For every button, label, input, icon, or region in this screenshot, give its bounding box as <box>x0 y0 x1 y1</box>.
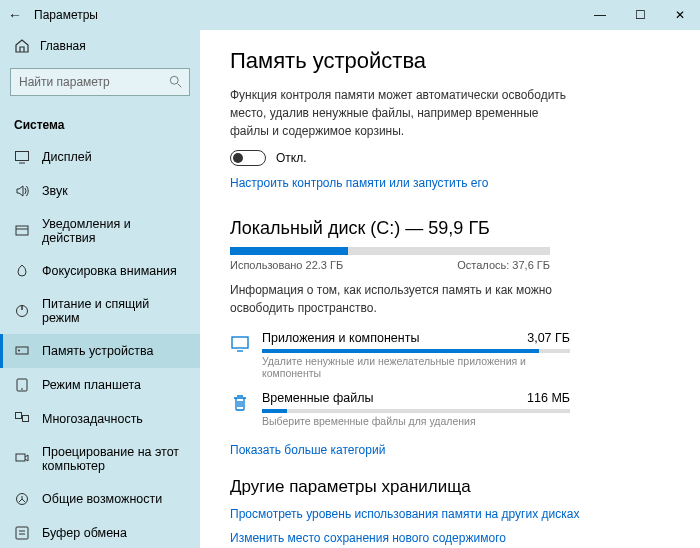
storage-category[interactable]: Приложения и компоненты3,07 ГБУдалите не… <box>230 331 570 389</box>
sidebar-item-10[interactable]: Буфер обмена <box>0 516 200 548</box>
sidebar-item-2[interactable]: Уведомления и действия <box>0 208 200 254</box>
category-name: Приложения и компоненты <box>262 331 419 345</box>
search-input[interactable] <box>19 75 169 89</box>
nav-icon <box>14 491 30 507</box>
minimize-button[interactable]: — <box>580 0 620 30</box>
search-icon <box>169 75 183 89</box>
nav-label: Проецирование на этот компьютер <box>42 445 186 473</box>
category-bar <box>262 409 570 413</box>
svg-line-1 <box>178 84 182 88</box>
sidebar-item-5[interactable]: Память устройства <box>0 334 200 368</box>
home-icon <box>14 38 30 54</box>
category-icon <box>230 333 250 353</box>
nav-label: Уведомления и действия <box>42 217 186 245</box>
nav-icon <box>14 411 30 427</box>
nav-icon <box>14 377 30 393</box>
other-storage-link-1[interactable]: Изменить место сохранения нового содержи… <box>230 531 670 545</box>
nav-label: Звук <box>42 184 68 198</box>
usage-info: Информация о том, как используется памят… <box>230 281 570 317</box>
window-title: Параметры <box>30 8 580 22</box>
svg-rect-8 <box>16 347 28 354</box>
nav-icon <box>14 451 30 467</box>
home-label: Главная <box>40 39 86 53</box>
category-size: 116 МБ <box>527 391 570 405</box>
category-size: 3,07 ГБ <box>527 331 570 345</box>
svg-point-0 <box>170 76 178 84</box>
show-more-categories-link[interactable]: Показать больше категорий <box>230 443 670 457</box>
sidebar-item-8[interactable]: Проецирование на этот компьютер <box>0 436 200 482</box>
nav-label: Режим планшета <box>42 378 141 392</box>
nav-label: Фокусировка внимания <box>42 264 177 278</box>
sidebar-item-1[interactable]: Звук <box>0 174 200 208</box>
sidebar-item-7[interactable]: Многозадачность <box>0 402 200 436</box>
maximize-button[interactable]: ☐ <box>620 0 660 30</box>
toggle-label: Откл. <box>276 151 307 165</box>
svg-point-9 <box>18 350 20 352</box>
nav-icon <box>14 263 30 279</box>
nav-label: Многозадачность <box>42 412 143 426</box>
sidebar-item-9[interactable]: Общие возможности <box>0 482 200 516</box>
search-box[interactable] <box>10 68 190 96</box>
disk-title: Локальный диск (C:) — 59,9 ГБ <box>230 218 670 239</box>
content: Память устройства Функция контроля памят… <box>200 30 700 548</box>
page-title: Память устройства <box>230 48 670 74</box>
category-hint: Выберите временные файлы для удаления <box>262 415 570 427</box>
sidebar: Главная Система ДисплейЗвукУведомления и… <box>0 30 200 548</box>
storage-sense-desc: Функция контроля памяти может автоматиче… <box>230 86 570 140</box>
svg-rect-20 <box>232 337 248 348</box>
close-button[interactable]: ✕ <box>660 0 700 30</box>
nav-icon <box>14 183 30 199</box>
storage-category[interactable]: Временные файлы116 МБВыберите временные … <box>230 391 570 437</box>
sidebar-item-4[interactable]: Питание и спящий режим <box>0 288 200 334</box>
nav-icon <box>14 303 30 319</box>
category-bar <box>262 349 570 353</box>
section-header: Система <box>0 106 200 140</box>
category-hint: Удалите ненужные или нежелательные прило… <box>262 355 570 379</box>
configure-storage-sense-link[interactable]: Настроить контроль памяти или запустить … <box>230 176 670 190</box>
disk-used-label: Использовано 22.3 ГБ <box>230 259 343 271</box>
nav-icon <box>14 149 30 165</box>
sidebar-item-6[interactable]: Режим планшета <box>0 368 200 402</box>
back-button[interactable]: ← <box>0 7 30 23</box>
svg-rect-14 <box>16 454 25 461</box>
nav-label: Буфер обмена <box>42 526 127 540</box>
category-name: Временные файлы <box>262 391 374 405</box>
svg-rect-12 <box>16 413 22 419</box>
storage-sense-toggle[interactable] <box>230 150 266 166</box>
nav-icon <box>14 223 30 239</box>
title-bar: ← Параметры — ☐ ✕ <box>0 0 700 30</box>
other-storage-title: Другие параметры хранилища <box>230 477 670 497</box>
svg-rect-13 <box>23 416 29 422</box>
svg-rect-16 <box>16 527 28 539</box>
svg-rect-2 <box>16 152 29 161</box>
svg-rect-4 <box>16 226 28 235</box>
sidebar-item-3[interactable]: Фокусировка внимания <box>0 254 200 288</box>
nav-label: Память устройства <box>42 344 153 358</box>
nav-icon <box>14 343 30 359</box>
nav-label: Общие возможности <box>42 492 162 506</box>
other-storage-link-0[interactable]: Просмотреть уровень использования памяти… <box>230 507 670 521</box>
nav-label: Дисплей <box>42 150 92 164</box>
nav-label: Питание и спящий режим <box>42 297 186 325</box>
sidebar-item-0[interactable]: Дисплей <box>0 140 200 174</box>
disk-usage-bar <box>230 247 550 255</box>
category-icon <box>230 393 250 413</box>
home-link[interactable]: Главная <box>0 30 200 62</box>
disk-remaining-label: Осталось: 37,6 ГБ <box>457 259 550 271</box>
nav-icon <box>14 525 30 541</box>
